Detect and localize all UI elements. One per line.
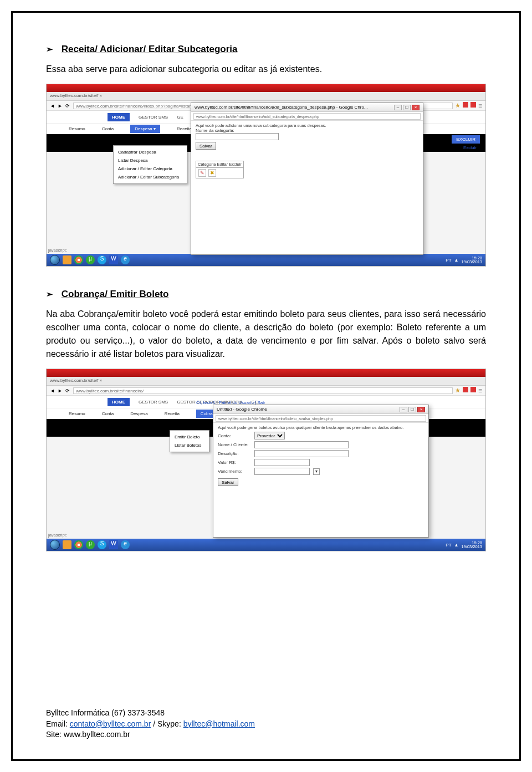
taskbar-chrome-icon[interactable]	[74, 540, 83, 549]
nav-gestor-sms[interactable]: GESTOR SMS	[139, 400, 168, 405]
screenshot-2: www.bylltec.com.br/site/f × ◄ ► ⟳ www.by…	[46, 369, 486, 551]
footer-email-link[interactable]: contato@bylltec.com.br	[70, 719, 151, 728]
subnav-receita[interactable]: Receita	[177, 126, 192, 131]
popup-titlebar: www.bylltec.com.br/site/html/financeiro/…	[191, 103, 423, 112]
conta-select[interactable]: Provedor	[254, 432, 285, 439]
popup-close-icon[interactable]: ×	[417, 407, 425, 412]
taskbar-ie-icon[interactable]: e	[121, 255, 130, 264]
subnav-conta[interactable]: Conta	[102, 126, 114, 131]
back-icon[interactable]: ◄	[50, 388, 55, 393]
subnav-conta[interactable]: Conta	[102, 411, 114, 416]
popup-minimize-icon[interactable]: –	[400, 407, 407, 412]
excluir-link[interactable]: Excluir	[463, 145, 477, 150]
taskbar-skype-icon[interactable]: S	[98, 255, 106, 264]
footer-skype-link[interactable]: bylltec@hotmail.com	[183, 719, 255, 728]
start-button-icon[interactable]	[50, 540, 60, 550]
extension-icon[interactable]	[463, 102, 468, 108]
page-footer: Bylltec Informática (67) 3373-3548 Email…	[46, 708, 255, 740]
taskbar-word-icon[interactable]: W	[109, 540, 118, 549]
nome-label: Nome / Cliente:	[218, 442, 251, 447]
nav-home[interactable]: HOME	[108, 113, 130, 121]
form-row-nome: Nome / Cliente:	[218, 441, 424, 448]
taskbar-app-icon[interactable]	[63, 540, 71, 549]
valor-input[interactable]	[254, 459, 310, 466]
taskbar-flag-icon[interactable]: ▲	[454, 543, 459, 548]
taskbar-utorrent-icon[interactable]: µ	[86, 540, 95, 549]
excluir-tab[interactable]: EXCLUIR	[452, 135, 480, 144]
browser-tab[interactable]: www.bylltec.com.br/site/f ×	[50, 378, 102, 383]
forward-icon[interactable]: ►	[58, 103, 63, 109]
extension-icon-2[interactable]	[470, 102, 476, 108]
reload-icon[interactable]: ⟳	[65, 103, 71, 109]
edit-icon[interactable]: ✎	[198, 169, 206, 177]
despesa-dropdown: Cadastrar Despesa Listar Despesa Adicion…	[113, 145, 187, 184]
screenshot-1: www.bylltec.com.br/site/f × ◄ ► ⟳ www.by…	[46, 84, 486, 267]
back-icon[interactable]: ◄	[50, 103, 55, 109]
delete-icon[interactable]: ✖	[208, 169, 216, 177]
nome-input[interactable]	[254, 441, 349, 448]
categoria-table: Categoria Editar Excluir ✎ ✖	[196, 161, 244, 178]
reload-icon[interactable]: ⟳	[65, 388, 71, 393]
star-icon[interactable]: ★	[455, 387, 461, 395]
taskbar-flag-icon[interactable]: ▲	[454, 258, 459, 263]
nome-categoria-label: Nome da categoria:	[196, 128, 418, 133]
salvar-button[interactable]: Salvar	[196, 142, 216, 150]
vencimento-input[interactable]	[254, 468, 310, 475]
url-input[interactable]: www.bylltec.com.br/site/financeiro/	[73, 387, 453, 394]
taskbar-word-icon[interactable]: W	[109, 255, 118, 264]
taskbar-lang[interactable]: PT	[446, 258, 451, 263]
dropdown-listar-boletos[interactable]: Listar Boletos	[170, 441, 209, 449]
taskbar-skype-icon[interactable]: S	[98, 540, 106, 549]
addressbar-actions: ★ ≡	[455, 387, 482, 395]
nav-item-truncated[interactable]: GE	[177, 115, 183, 120]
star-icon[interactable]: ★	[455, 102, 461, 110]
calendar-icon[interactable]: ▾	[313, 468, 320, 475]
descricao-input[interactable]	[254, 450, 349, 457]
window-titlebar	[47, 84, 485, 92]
dropdown-cadastrar-despesa[interactable]: Cadastrar Despesa	[114, 148, 187, 156]
popup-maximize-icon[interactable]: □	[403, 105, 411, 110]
dropdown-listar-despesa[interactable]: Listar Despesa	[114, 156, 187, 165]
taskbar-clock[interactable]: 15:28 19/03/2013	[461, 256, 482, 264]
popup-close-icon[interactable]: ×	[412, 105, 420, 110]
hamburger-icon[interactable]: ≡	[478, 387, 482, 395]
extension-icon-2[interactable]	[470, 387, 476, 392]
taskbar-app-icon[interactable]	[63, 255, 71, 264]
subnav-resumo[interactable]: Resumo	[69, 411, 85, 416]
subnav-despesa[interactable]: Despesa ▾	[130, 125, 160, 133]
nav-home[interactable]: HOME	[108, 398, 130, 406]
extension-icon[interactable]	[463, 387, 468, 392]
subnav-receita[interactable]: Receita	[165, 411, 180, 416]
dropdown-emitir-boleto[interactable]: Emitir Boleto	[170, 433, 209, 441]
popup-addressbar: www.bylltec.com.br/site/html/financeiro/…	[191, 112, 423, 121]
browser-tab[interactable]: www.bylltec.com.br/site/f ×	[50, 93, 102, 98]
form-row-valor: Valor R$:	[218, 459, 424, 466]
taskbar-lang[interactable]: PT	[446, 543, 451, 548]
dropdown-add-subcategoria[interactable]: Adicionar / Editar Subcategoria	[114, 173, 187, 181]
hamburger-icon[interactable]: ≡	[478, 102, 482, 110]
salvar-button[interactable]: Salvar	[218, 478, 238, 486]
taskbar-ie-icon[interactable]: e	[121, 540, 130, 549]
popup-window-controls: – □ ×	[400, 407, 425, 412]
nav-gestor-sms[interactable]: GESTOR SMS	[139, 115, 168, 120]
taskbar-chrome-icon[interactable]	[74, 255, 83, 264]
popup-maximize-icon[interactable]: □	[408, 407, 416, 412]
dropdown-add-categoria[interactable]: Adicionar / Editar Categoria	[114, 165, 187, 173]
section1-body: Essa aba serve para adicionar subcategor…	[46, 63, 486, 76]
section2-heading-row: ➢ Cobrança/ Emitir Boleto	[46, 289, 486, 300]
nome-categoria-input[interactable]	[196, 133, 279, 140]
taskbar-clock[interactable]: 15:28 19/03/2013	[461, 541, 482, 549]
popup-title-text: Untitled - Google Chrome	[217, 407, 267, 412]
popup-url-input[interactable]: www.bylltec.com.br/site/html/financeiro/…	[193, 113, 421, 120]
popup-title-text: www.bylltec.com.br/site/html/financeiro/…	[195, 105, 368, 110]
forward-icon[interactable]: ►	[58, 388, 63, 393]
taskbar-utorrent-icon[interactable]: µ	[86, 255, 95, 264]
subnav-despesa[interactable]: Despesa	[130, 411, 148, 416]
popup-minimize-icon[interactable]: –	[394, 105, 402, 110]
vencimento-label: Vencimento:	[218, 469, 251, 474]
start-button-icon[interactable]	[50, 255, 60, 265]
subnav-resumo[interactable]: Resumo	[69, 126, 85, 131]
conta-label: Conta:	[218, 433, 251, 438]
popup-body: Aqui você pode adicionar uma nova subcat…	[191, 121, 423, 181]
popup-url-input[interactable]: www.bylltec.com.br/site/html/financeiro/…	[216, 415, 426, 422]
